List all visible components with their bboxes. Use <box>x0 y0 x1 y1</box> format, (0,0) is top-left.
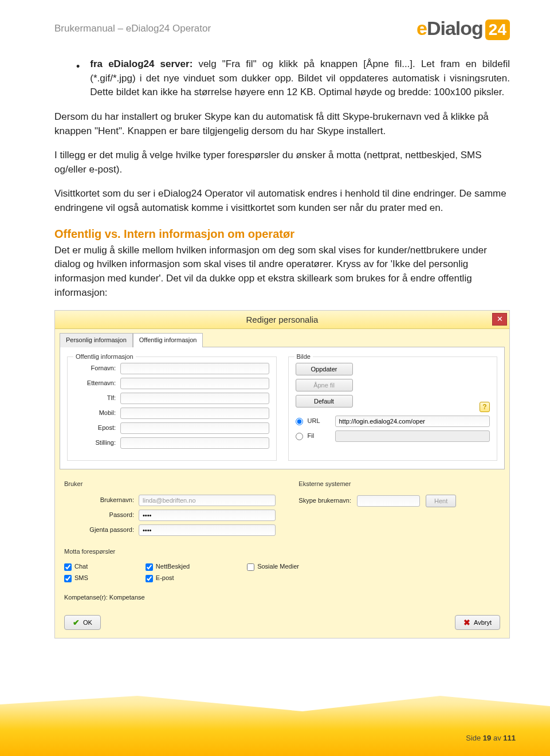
page-current: 19 <box>483 734 491 742</box>
fil-radio[interactable] <box>296 433 303 440</box>
ok-label: OK <box>83 619 92 626</box>
avbryt-button[interactable]: ✖ Avbryt <box>455 615 500 630</box>
page-number: Side 19 av 111 <box>466 734 516 742</box>
label-mobil: Mobil: <box>74 409 120 418</box>
bullet-text: fra eDialog24 server: velg "Fra fil" og … <box>90 57 510 100</box>
label-etternavn: Etternavn: <box>74 379 120 388</box>
bullet-dot: • <box>76 59 80 100</box>
motta-title: Motta forespørsler <box>64 547 500 557</box>
label-passord: Passord: <box>64 511 139 520</box>
stilling-input[interactable] <box>120 437 269 449</box>
section-heading: Offentlig vs. Intern informasjon om oper… <box>54 226 510 242</box>
mobil-input[interactable] <box>120 408 269 419</box>
logo-e: e <box>417 17 427 40</box>
dialog-lower: Bruker Brukernavn: Passord: Gjenta passo… <box>55 474 509 638</box>
bullet-item: • fra eDialog24 server: velg "Fra fil" o… <box>76 57 510 100</box>
ok-button[interactable]: ✔ OK <box>64 615 101 630</box>
label-sosiale: Sosiale Medier <box>257 562 299 571</box>
oppdater-button[interactable]: Oppdater <box>296 363 353 375</box>
passord-input[interactable] <box>139 510 276 521</box>
paragraph-1: Dersom du har installert og bruker Skype… <box>54 110 510 138</box>
fieldset-bilde: Bilde Oppdater Åpne fil Default ? URL <box>288 357 498 461</box>
label-stilling: Stilling: <box>74 438 120 448</box>
bullet-lead: fra eDialog24 server: <box>90 58 192 69</box>
skype-input[interactable] <box>357 495 420 507</box>
gjenta-passord-input[interactable] <box>139 524 276 536</box>
logo-badge: 24 <box>485 19 510 40</box>
brukernavn-input[interactable] <box>139 495 276 506</box>
label-epost-chk: E-post <box>156 574 174 583</box>
close-icon[interactable]: ✕ <box>492 313 507 326</box>
sms-checkbox[interactable] <box>64 575 72 582</box>
tab-strip: Personlig informasjon Offentlig informas… <box>55 329 509 347</box>
tab-panel: Offentlig informasjon Fornavn: Etternavn… <box>60 347 505 469</box>
paragraph-3: Visittkortet som du ser i eDialog24 Oper… <box>54 187 510 215</box>
nettbeskjed-checkbox[interactable] <box>146 563 153 571</box>
bruker-title: Bruker <box>64 480 276 489</box>
label-tlf: Tlf: <box>74 394 120 403</box>
page-total: 111 <box>503 734 516 742</box>
label-chat: Chat <box>74 562 88 571</box>
paragraph-2: I tillegg er det mulig å velge hvilke ty… <box>54 148 510 177</box>
tlf-input[interactable] <box>120 393 269 404</box>
dialog-titlebar: Rediger personalia ✕ <box>55 311 509 329</box>
tab-personlig[interactable]: Personlig informasjon <box>60 333 133 347</box>
eksterne-title: Eksterne systemer <box>298 480 500 489</box>
epost-input[interactable] <box>120 422 269 434</box>
sosiale-checkbox[interactable] <box>247 563 254 571</box>
label-nettbeskjed: NettBeskjed <box>156 562 190 571</box>
label-epost: Epost: <box>74 424 120 433</box>
etternavn-input[interactable] <box>120 378 269 389</box>
fil-input <box>335 430 490 442</box>
epost-checkbox[interactable] <box>146 575 153 582</box>
page-header: Brukermanual – eDialog24 Operator e Dial… <box>54 17 510 40</box>
kompetanse-text: Kompetanse(r): Kompetanse <box>64 593 500 602</box>
label-sms: SMS <box>74 574 88 583</box>
fornavn-input[interactable] <box>120 363 269 374</box>
label-skype: Skype brukernavn: <box>298 496 351 506</box>
cancel-icon: ✖ <box>463 618 470 627</box>
chat-checkbox[interactable] <box>64 563 72 571</box>
fieldset-offentlig-info: Offentlig informasjon Fornavn: Etternavn… <box>67 357 277 461</box>
avbryt-label: Avbryt <box>474 619 492 626</box>
apne-fil-button[interactable]: Åpne fil <box>296 379 353 391</box>
fieldset-legend-bilde: Bilde <box>294 352 313 362</box>
logo: e Dialog 24 <box>417 17 510 40</box>
dialog-title: Rediger personalia <box>246 314 319 326</box>
help-icon[interactable]: ? <box>480 402 490 412</box>
tab-offentlig[interactable]: Offentlig informasjon <box>133 333 203 347</box>
fieldset-legend-offentlig: Offentlig informasjon <box>73 352 136 362</box>
url-radio[interactable] <box>296 418 303 425</box>
label-fornavn: Fornavn: <box>74 364 120 373</box>
logo-dialog: Dialog <box>427 17 483 40</box>
section-body: Det er mulig å skille mellom hvilken inf… <box>54 244 510 300</box>
page-side: Side <box>466 734 483 742</box>
label-url: URL <box>308 417 331 426</box>
url-input[interactable] <box>335 416 490 427</box>
hent-button[interactable]: Hent <box>426 495 456 507</box>
manual-title: Brukermanual – eDialog24 Operator <box>54 23 211 34</box>
check-icon: ✔ <box>73 618 80 627</box>
label-fil: Fil <box>308 432 331 441</box>
dialog-rediger-personalia: Rediger personalia ✕ Personlig informasj… <box>54 310 510 639</box>
label-gjenta: Gjenta passord: <box>64 526 139 535</box>
default-button[interactable]: Default <box>296 395 353 408</box>
page-av: av <box>491 734 503 742</box>
label-brukernavn: Brukernavn: <box>64 496 139 505</box>
